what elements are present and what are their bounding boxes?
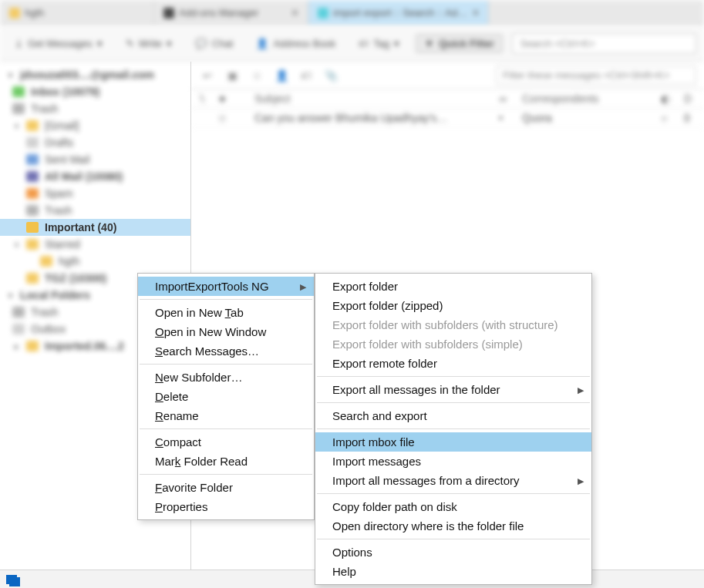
read-col-icon[interactable]: ∞: [499, 92, 522, 105]
menu-import-export-tools[interactable]: ImportExportTools NG ▶: [138, 277, 314, 296]
address-book-icon: 👤: [256, 38, 268, 49]
submenu-export-subfolders-simple: Export folder with subfolders (simple): [315, 334, 591, 354]
menu-mark-read[interactable]: Mark Folder Read: [138, 452, 314, 471]
write-button[interactable]: ✎ Write ▾: [119, 34, 179, 53]
separator: [317, 428, 590, 429]
global-search-input[interactable]: [512, 33, 696, 54]
funnel-icon: ▼: [424, 38, 434, 49]
menu-open-new-window[interactable]: Open in New Window: [138, 322, 314, 341]
submenu-search-and-export[interactable]: Search and export: [315, 406, 591, 425]
close-icon[interactable]: ×: [472, 6, 479, 20]
chevron-down-icon: ▾: [394, 38, 399, 49]
menu-delete[interactable]: Delete: [138, 387, 314, 406]
star-icon[interactable]: ☆: [217, 112, 236, 124]
folder-sent[interactable]: Sent Mail: [0, 151, 190, 168]
archive-icon[interactable]: ▣: [224, 67, 241, 84]
folder-inbox[interactable]: Inbox (10079): [0, 83, 190, 100]
subject-col[interactable]: Subject: [254, 92, 499, 105]
menu-compact[interactable]: Compact: [138, 432, 314, 452]
tab-addons[interactable]: Add-ons Manager ×: [154, 0, 308, 25]
menu-new-subfolder[interactable]: New Subfolder…: [138, 368, 314, 387]
junk-col-icon[interactable]: ◐: [661, 92, 684, 105]
submenu-export-all-messages[interactable]: Export all messages in the folder ▶: [315, 380, 591, 399]
menu-open-new-tab[interactable]: Open in New Tab: [138, 303, 314, 322]
menu-properties[interactable]: Properties: [138, 497, 314, 516]
submenu-import-messages[interactable]: Import messages: [315, 452, 591, 471]
chevron-right-icon: ▶: [578, 385, 584, 395]
attachment-icon[interactable]: 📎: [322, 67, 339, 84]
submenu-copy-folder-path[interactable]: Copy folder path on disk: [315, 497, 591, 516]
folder-context-menu: ImportExportTools NG ▶ Open in New Tab O…: [137, 273, 315, 520]
menu-rename[interactable]: Rename: [138, 406, 314, 425]
separator: [140, 364, 312, 365]
spam-icon: [26, 188, 39, 199]
tab-label: hgth: [25, 7, 44, 18]
folder-label: Important (40): [45, 221, 116, 234]
date-col[interactable]: D: [684, 92, 696, 105]
folder-hgth[interactable]: hgth: [0, 253, 190, 270]
message-row[interactable]: ☆ Can you answer Bhumika Upadhyay's… • Q…: [191, 109, 704, 128]
folder-all-mail[interactable]: All Mail (10080): [0, 168, 190, 185]
thread-col-icon[interactable]: ᛪ: [199, 92, 217, 105]
menu-search-messages[interactable]: Search Messages…: [138, 341, 314, 361]
submenu-help[interactable]: Help: [315, 562, 591, 581]
folder-starred[interactable]: ▾Starred: [0, 236, 190, 253]
star-col-icon[interactable]: ★: [217, 92, 236, 105]
submenu-open-directory[interactable]: Open directory where is the folder file: [315, 516, 591, 536]
separator: [140, 474, 312, 475]
menu-label: Import messages: [332, 455, 421, 468]
address-book-button[interactable]: 👤 Address Book: [249, 34, 342, 53]
contact-icon[interactable]: 👤: [273, 67, 290, 84]
folder-important[interactable]: Important (40): [0, 219, 190, 236]
tag-button[interactable]: 🏷 Tag ▾: [352, 34, 406, 53]
get-messages-button[interactable]: ⤓ Get Messages ▾: [8, 34, 109, 53]
menu-label: ImportExportTools NG: [155, 280, 269, 293]
submenu-export-remote[interactable]: Export remote folder: [315, 354, 591, 373]
folder-spam[interactable]: Spam: [0, 185, 190, 202]
chevron-right-icon: ▶: [300, 281, 306, 291]
import-export-submenu: Export folder Export folder (zipped) Exp…: [315, 273, 592, 585]
folder-trash[interactable]: Trash: [0, 100, 190, 117]
button-label: Address Book: [273, 38, 335, 49]
read-icon: •: [499, 112, 522, 124]
tab-search[interactable]: import export :: Search :: Ad… ×: [308, 0, 489, 25]
folder-gmail[interactable]: ▾[Gmail]: [0, 117, 190, 134]
cloud-icon: [318, 8, 328, 18]
submenu-import-mbox[interactable]: Import mbox file: [315, 432, 591, 452]
quick-filter-button[interactable]: ▼ Quick Filter: [416, 34, 502, 53]
sent-icon: [26, 154, 39, 165]
inbox-icon: [12, 86, 25, 97]
menu-label: Help: [332, 565, 356, 578]
menu-label: Export folder: [332, 280, 398, 293]
tab-strip: hgth Add-ons Manager × import export :: …: [0, 0, 704, 26]
reply-icon[interactable]: ↩: [199, 67, 216, 84]
button-label: Tag: [373, 38, 389, 49]
message-toolbar: ↩ ▣ ☆ 👤 🏷 📎: [191, 62, 704, 89]
folder-drafts[interactable]: Drafts: [0, 134, 190, 151]
menu-favorite-folder[interactable]: Favorite Folder: [138, 478, 314, 497]
chat-button[interactable]: 💬 Chat: [188, 34, 240, 53]
account-row[interactable]: ▾jdsouza003....@gmail.com: [0, 66, 190, 83]
submenu-export-folder[interactable]: Export folder: [315, 277, 591, 296]
menu-label: Export folder with subfolders (with stru…: [332, 318, 558, 331]
submenu-options[interactable]: Options: [315, 543, 591, 562]
tab-label: import export :: Search :: Ad…: [333, 7, 467, 18]
submenu-export-folder-zipped[interactable]: Export folder (zipped): [315, 296, 591, 315]
menu-label: Options: [332, 546, 372, 559]
download-icon: ⤓: [15, 38, 23, 49]
close-icon[interactable]: ×: [291, 6, 298, 20]
separator: [317, 402, 590, 403]
junk-icon: ○: [661, 112, 684, 124]
folder-gmail-trash[interactable]: Trash: [0, 202, 190, 219]
menu-label: Export all messages in the folder: [332, 383, 500, 396]
main-toolbar: ⤓ Get Messages ▾ ✎ Write ▾ 💬 Chat 👤 Addr…: [0, 26, 704, 62]
correspondents-col[interactable]: Correspondents: [522, 92, 661, 105]
tab-mail[interactable]: hgth: [0, 0, 154, 25]
outbox-icon: [12, 324, 25, 334]
submenu-import-from-directory[interactable]: Import all messages from a directory ▶: [315, 471, 591, 490]
separator: [317, 539, 590, 539]
filter-messages-input[interactable]: [496, 66, 696, 85]
star-icon[interactable]: ☆: [248, 67, 265, 84]
chat-icon: 💬: [195, 38, 207, 49]
tag-icon[interactable]: 🏷: [298, 67, 315, 84]
